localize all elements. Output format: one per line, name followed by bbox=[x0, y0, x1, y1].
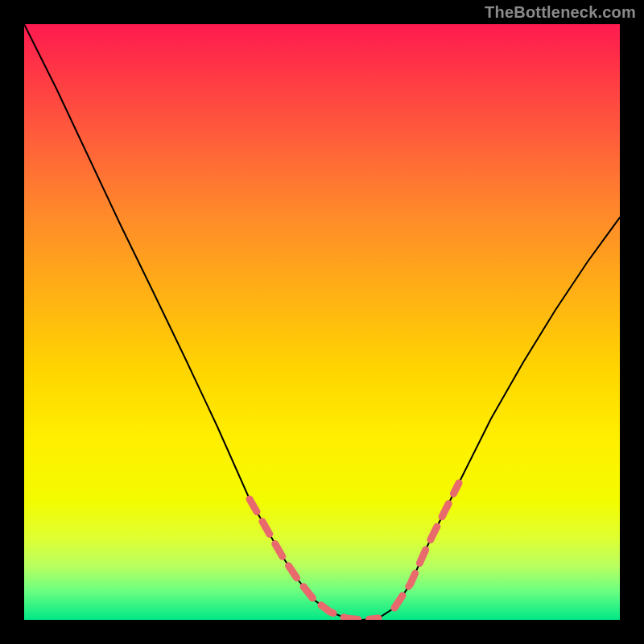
series-highlight-right bbox=[394, 483, 459, 608]
chart-svg bbox=[24, 24, 620, 620]
chart-frame: TheBottleneck.com bbox=[0, 0, 644, 644]
chart-plot-area bbox=[24, 24, 620, 620]
watermark-text: TheBottleneck.com bbox=[485, 3, 636, 22]
series-highlight-left bbox=[250, 499, 378, 620]
series-curve bbox=[24, 24, 620, 620]
